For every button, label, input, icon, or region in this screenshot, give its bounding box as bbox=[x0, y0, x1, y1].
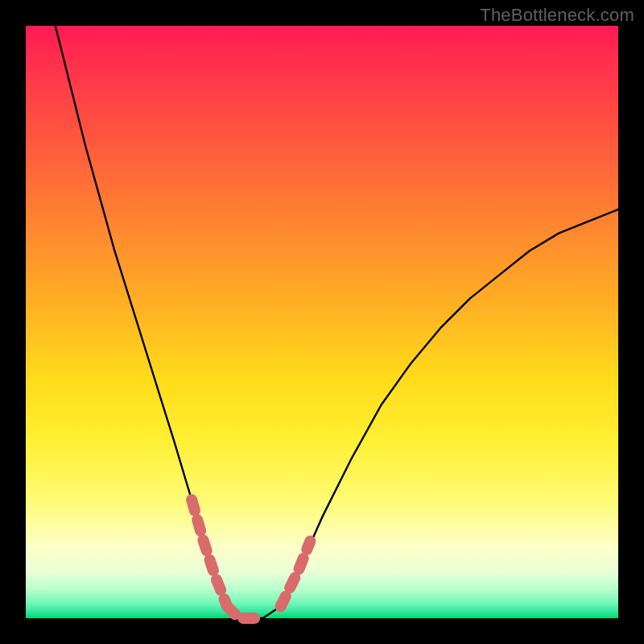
plot-area bbox=[26, 26, 618, 618]
highlight-dotted-segments bbox=[192, 500, 310, 618]
highlight-right-ascent bbox=[281, 541, 311, 606]
watermark-text: TheBottleneck.com bbox=[480, 5, 634, 26]
highlight-valley-floor bbox=[227, 606, 262, 618]
highlight-left-descent bbox=[192, 500, 227, 607]
curve-svg bbox=[26, 26, 618, 618]
chart-frame: TheBottleneck.com bbox=[0, 0, 644, 644]
bottleneck-curve bbox=[56, 26, 618, 618]
